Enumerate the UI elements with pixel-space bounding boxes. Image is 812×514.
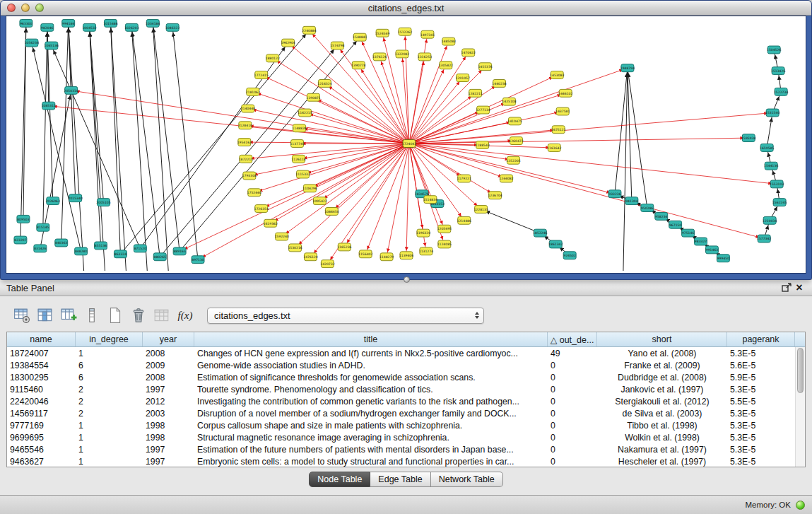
graph-node[interactable]: 1137745 xyxy=(290,140,304,148)
delete-column-icon[interactable] xyxy=(82,306,102,325)
table-row[interactable]: 1872400712008Changes of HCN gene express… xyxy=(7,347,795,359)
graph-node[interactable]: 1880122 xyxy=(265,54,279,62)
graph-node[interactable]: 823207 xyxy=(14,236,27,244)
tab-edge-table[interactable]: Edge Table xyxy=(370,472,430,487)
graph-node[interactable]: 1282211 xyxy=(468,89,482,97)
zoom-window-icon[interactable] xyxy=(35,4,44,12)
graph-node[interactable]: 1485083 xyxy=(442,37,456,45)
graph-node[interactable]: 982046 xyxy=(41,23,54,31)
graph-node[interactable]: 941304 xyxy=(625,197,638,205)
graph-node[interactable]: 1156402 xyxy=(358,250,372,258)
graph-node[interactable]: 1513426 xyxy=(771,67,785,75)
graph-node[interactable]: 1210034 xyxy=(763,216,777,224)
table-row[interactable]: 969969511998Structural magnetic resonanc… xyxy=(7,431,795,443)
graph-node[interactable]: 1726354 xyxy=(254,205,269,213)
graph-node[interactable]: 1228135 xyxy=(473,206,488,214)
tab-node-table[interactable]: Node Table xyxy=(309,472,370,487)
graph-node[interactable]: 1188543 xyxy=(475,141,489,149)
graph-node[interactable]: 991463 xyxy=(706,246,719,254)
graph-node[interactable]: 1962904 xyxy=(281,39,295,47)
graph-node[interactable]: 2140448 xyxy=(241,105,255,112)
graph-node[interactable]: 1595938 xyxy=(741,134,755,142)
graph-node[interactable]: 1322082 xyxy=(395,50,409,58)
create-column-icon[interactable] xyxy=(59,306,78,325)
graph-node[interactable]: 1544136 xyxy=(764,162,778,170)
delete-table-icon[interactable] xyxy=(129,306,148,325)
graph-node[interactable]: 1476120 xyxy=(303,253,317,261)
graph-node[interactable]: 1260472 xyxy=(509,137,523,145)
column-header-year[interactable]: year xyxy=(143,332,194,346)
graph-node[interactable]: 1530216 xyxy=(288,244,302,252)
graph-node[interactable]: 1065136 xyxy=(45,42,59,49)
graph-node[interactable]: 967150 xyxy=(669,221,682,228)
table-row[interactable]: 911546021997Tourette syndrome. Phenomeno… xyxy=(7,383,795,395)
graph-node[interactable]: 1553103 xyxy=(770,180,784,188)
graph-node[interactable]: 1619362 xyxy=(264,219,278,227)
graph-node[interactable]: 2128410 xyxy=(238,122,252,129)
table-row[interactable]: 1830029562008Estimation of significance … xyxy=(7,371,795,383)
graph-node[interactable]: 2181062 xyxy=(246,88,260,95)
graph-node[interactable]: 1196320 xyxy=(416,229,430,237)
graph-node[interactable]: 1216324 xyxy=(317,80,331,88)
graph-node[interactable]: 999450 xyxy=(717,255,729,262)
graph-node[interactable]: 1524549 xyxy=(375,29,389,37)
graph-node[interactable]: 1190871 xyxy=(306,93,320,101)
network-view[interactable]: 9633009820469941861004532101548610262031… xyxy=(6,16,806,274)
graph-node[interactable]: 1165236 xyxy=(337,243,351,251)
table-row[interactable]: 1938455462009Genome-wide association stu… xyxy=(7,359,795,371)
graph-node[interactable]: 1504526 xyxy=(767,46,781,54)
new-file-icon[interactable] xyxy=(105,306,125,325)
graph-node[interactable]: 1179221 xyxy=(457,175,471,182)
graph-node[interactable]: 1015486 xyxy=(103,19,117,27)
graph-node[interactable]: 1139406 xyxy=(399,252,413,259)
graph-node[interactable]: 840363 xyxy=(55,239,68,247)
graph-node[interactable]: 1497341 xyxy=(420,30,435,38)
graph-node[interactable]: 1124085 xyxy=(437,240,452,248)
graph-node[interactable]: 1522734 xyxy=(774,88,788,95)
import-table-icon[interactable] xyxy=(152,306,172,325)
graph-node[interactable]: 1376126 xyxy=(372,53,387,61)
table-row[interactable]: 2242004622012Investigating the contribut… xyxy=(7,395,795,407)
graph-node[interactable]: 848280 xyxy=(75,247,88,255)
graph-node[interactable]: 1425108 xyxy=(502,98,516,105)
split-pane-grip[interactable] xyxy=(404,276,410,283)
graph-node[interactable]: 1291057 xyxy=(456,74,470,82)
graph-node[interactable]: 1577342 xyxy=(757,235,771,243)
column-header-name[interactable]: name xyxy=(7,332,76,346)
graph-node[interactable]: 983327 xyxy=(695,238,707,245)
scrollbar-thumb[interactable] xyxy=(797,348,804,393)
graph-node[interactable]: 831426 xyxy=(34,245,47,252)
graph-node[interactable]: 958234 xyxy=(655,212,668,220)
graph-node[interactable]: 924502 xyxy=(563,252,576,259)
graph-node[interactable]: 1104296 xyxy=(302,185,317,192)
graph-node[interactable]: 815145 xyxy=(37,223,49,231)
graph-node[interactable]: 1277134 xyxy=(476,106,490,114)
graph-node[interactable]: 1004532 xyxy=(82,23,96,31)
column-header-title[interactable]: title xyxy=(194,332,548,346)
graph-node[interactable]: 1252205 xyxy=(506,156,520,164)
minimize-window-icon[interactable] xyxy=(21,4,30,12)
graph-node[interactable]: 1574798 xyxy=(330,42,344,49)
graph-node[interactable]: 1410475 xyxy=(507,117,522,125)
vertical-scrollbar[interactable] xyxy=(795,347,805,467)
graph-node[interactable]: 1470622 xyxy=(461,49,476,57)
tab-network-table[interactable]: Network Table xyxy=(431,472,503,487)
graph-node[interactable]: 1562245 xyxy=(772,199,787,206)
table-row[interactable]: 946362711997Embryonic stem cells: a mode… xyxy=(7,455,795,467)
graph-node[interactable]: 1659585 xyxy=(760,144,774,152)
graph-node[interactable]: 1236704 xyxy=(488,192,502,199)
graph-node[interactable]: 1148279 xyxy=(379,253,394,261)
graph-node[interactable]: 1861342 xyxy=(548,240,563,248)
graph-node[interactable]: 1244082 xyxy=(499,175,513,182)
graph-node[interactable]: 1446102 xyxy=(558,89,572,97)
graph-node[interactable]: 1514834 xyxy=(423,196,437,204)
close-window-icon[interactable] xyxy=(7,4,16,12)
graph-node[interactable]: 889165 xyxy=(173,247,186,255)
graph-node[interactable]: 933236 xyxy=(608,190,621,198)
column-header-pagerank[interactable]: pagerank xyxy=(727,332,795,346)
graph-node[interactable]: 1214486 xyxy=(457,216,471,224)
graph-node[interactable]: 975146 xyxy=(682,229,695,237)
graph-node[interactable]: 863324 xyxy=(114,250,126,258)
graph-node[interactable]: 1148826 xyxy=(292,124,306,132)
table-row[interactable]: 946554611997Estimation of the future num… xyxy=(7,443,795,455)
